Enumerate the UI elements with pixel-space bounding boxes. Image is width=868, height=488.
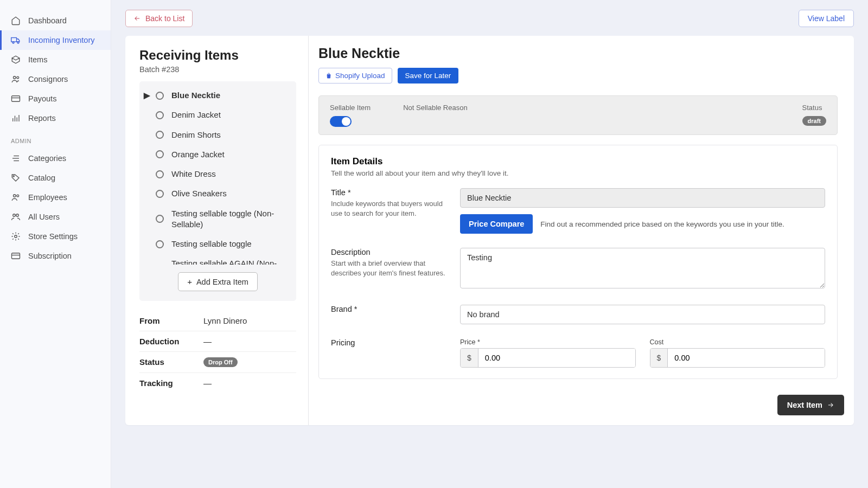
meta-from-value: Lynn Dinero [203, 316, 247, 325]
item-row[interactable]: Denim Shorts [139, 125, 296, 145]
sidebar-item-reports[interactable]: Reports [0, 108, 111, 128]
reason-column: Not Sellable Reason [403, 104, 468, 127]
topbar: Back to List View Label [125, 10, 854, 27]
sidebar-item-label: Items [28, 55, 47, 64]
pricing-inputs: Price * $ Cost $ [460, 338, 825, 368]
item-row[interactable]: Testing sellable AGAIN (Non-Sellable) [139, 254, 296, 265]
svg-point-18 [16, 214, 19, 217]
svg-point-1 [12, 42, 14, 43]
price-label: Price * [460, 338, 636, 346]
item-row[interactable]: ▶ Blue Necktie [139, 86, 296, 105]
item-row[interactable]: Testing sellable toggle (Non-Sellable) [139, 204, 296, 235]
svg-point-2 [17, 42, 19, 43]
home-icon [11, 16, 21, 25]
svg-point-14 [13, 176, 14, 177]
meta-deduction-row: Deduction — [139, 331, 296, 352]
arrow-right-icon [827, 401, 834, 409]
sidebar-item-catalog[interactable]: Catalog [0, 168, 111, 188]
item-label: Testing sellable toggle [171, 239, 252, 249]
sidebar-item-employees[interactable]: Employees [0, 188, 111, 207]
description-field-meta: Description Start with a brief overview … [331, 248, 448, 291]
sellable-toggle[interactable] [330, 116, 352, 127]
bag-icon [326, 73, 332, 79]
description-input[interactable]: Testing [460, 248, 825, 288]
batch-number: Batch #238 [139, 65, 296, 74]
item-label: Blue Necktie [171, 90, 220, 101]
item-row[interactable]: Denim Jacket [139, 105, 296, 125]
item-label: White Dress [171, 169, 216, 179]
status-badge: draft [802, 116, 826, 126]
meta-deduction-value: — [203, 337, 212, 346]
items-list[interactable]: ▶ Blue Necktie Denim Jacket Denim Shorts… [139, 86, 296, 265]
svg-point-16 [17, 195, 19, 197]
receiving-items-title: Receiving Items [139, 48, 296, 63]
items-list-container: ▶ Blue Necktie Denim Jacket Denim Shorts… [139, 81, 296, 301]
sidebar: Dashboard Incoming Inventory Items Consi… [0, 0, 111, 488]
price-field: Price * $ [460, 338, 636, 368]
save-for-later-button[interactable]: Save for Later [398, 68, 459, 84]
sidebar-item-label: Reports [28, 114, 56, 123]
sidebar-item-payouts[interactable]: Payouts [0, 89, 111, 108]
price-compare-row: Price Compare Find out a recommended pri… [460, 214, 825, 234]
sidebar-item-all-users[interactable]: All Users [0, 207, 111, 227]
item-title: Blue Necktie [318, 46, 844, 61]
add-extra-item-button[interactable]: Add Extra Item [178, 272, 258, 291]
description-input-wrap: Testing [460, 248, 825, 291]
meta-deduction-label: Deduction [139, 337, 203, 346]
back-to-list-button[interactable]: Back to List [125, 10, 193, 27]
admin-section-label: ADMIN [0, 128, 111, 149]
sidebar-item-label: Catalog [28, 174, 55, 182]
sidebar-item-subscription[interactable]: Subscription [0, 246, 111, 266]
brand-input[interactable] [460, 305, 825, 324]
meta-from-row: From Lynn Dinero [139, 311, 296, 331]
cost-label: Cost [650, 338, 826, 346]
tag-icon [11, 173, 21, 183]
sidebar-item-incoming-inventory[interactable]: Incoming Inventory [0, 30, 111, 50]
item-row[interactable]: Olive Sneakers [139, 184, 296, 203]
batch-meta: From Lynn Dinero Deduction — Status Drop… [139, 311, 296, 393]
description-help: Start with a brief overview that describ… [331, 259, 448, 278]
svg-rect-0 [11, 38, 17, 42]
item-label: Denim Shorts [171, 130, 221, 140]
title-field-meta: Title * Include keywords that buyers wou… [331, 188, 448, 234]
arrow-left-icon [133, 15, 141, 22]
radio-icon [156, 240, 164, 248]
item-form-scroll[interactable]: Sellable Item Not Sellable Reason Status… [309, 89, 854, 425]
caret-right-icon: ▶ [144, 91, 150, 100]
next-item-button[interactable]: Next Item [777, 395, 844, 415]
sidebar-item-store-settings[interactable]: Store Settings [0, 227, 111, 246]
pricing-label: Pricing [331, 338, 448, 347]
meta-status-label: Status [139, 357, 203, 367]
item-row[interactable]: White Dress [139, 164, 296, 184]
sidebar-item-consignors[interactable]: Consignors [0, 69, 111, 89]
sidebar-item-label: All Users [28, 213, 60, 221]
item-row[interactable]: Testing sellable toggle [139, 234, 296, 254]
radio-icon [156, 92, 164, 100]
main-area: Back to List View Label Receiving Items … [111, 0, 868, 488]
sidebar-item-categories[interactable]: Categories [0, 149, 111, 168]
sidebar-item-label: Incoming Inventory [28, 36, 95, 44]
status-label: Status [802, 104, 826, 112]
title-help: Include keywords that buyers would use t… [331, 199, 448, 219]
radio-icon [156, 215, 164, 223]
price-input-wrap: $ [460, 348, 636, 368]
status-bar: Sellable Item Not Sellable Reason Status… [318, 95, 838, 135]
price-compare-button[interactable]: Price Compare [460, 214, 533, 234]
svg-rect-5 [12, 96, 20, 102]
item-row[interactable]: Orange Jacket [139, 145, 296, 164]
description-field-row: Description Start with a brief overview … [331, 248, 825, 291]
sidebar-item-dashboard[interactable]: Dashboard [0, 11, 111, 30]
sidebar-item-label: Categories [28, 154, 66, 163]
title-input[interactable] [460, 188, 825, 208]
description-label: Description [331, 248, 448, 256]
shopify-upload-button[interactable]: Shopify Upload [318, 68, 392, 84]
status-column: Status draft [802, 104, 826, 127]
view-label-button[interactable]: View Label [799, 10, 854, 27]
cost-input[interactable] [668, 349, 825, 367]
price-input[interactable] [478, 349, 635, 367]
sidebar-item-items[interactable]: Items [0, 50, 111, 69]
pricing-row: Pricing Price * $ Cost [331, 338, 825, 368]
svg-point-4 [17, 76, 19, 79]
meta-status-row: Status Drop Off [139, 352, 296, 373]
meta-tracking-label: Tracking [139, 378, 203, 388]
